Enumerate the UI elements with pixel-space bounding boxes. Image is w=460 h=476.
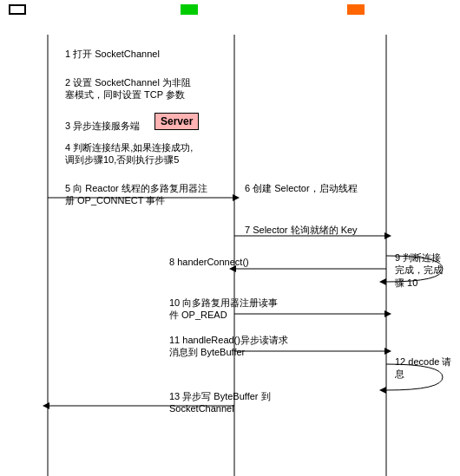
server-box: Server <box>154 113 199 130</box>
server-label: Server <box>161 115 193 127</box>
svg-marker-9 <box>379 278 386 285</box>
svg-marker-4 <box>233 194 240 201</box>
label-step5: 5 向 Reactor 线程的多路复用器注册 OP_CONNECT 事件 <box>65 182 207 207</box>
diagram-container: Server 1 打开 SocketChannel 2 设置 SocketCha… <box>0 0 460 476</box>
label-step10: 10 向多路复用器注册读事件 OP_READ <box>169 297 278 322</box>
actor-reactor <box>181 4 198 15</box>
label-step13: 13 异步写 ByteBuffer 到SocketChannel <box>169 390 271 415</box>
label-step4: 4 判断连接结果,如果连接成功,调到步骤10,否则执行步骤5 <box>65 141 193 166</box>
label-step11: 11 handleRead()异步读请求消息到 ByteBuffer <box>169 334 288 359</box>
svg-marker-6 <box>384 232 391 239</box>
actor-iohandler <box>347 4 365 15</box>
label-step3: 3 异步连接服务端 <box>65 120 140 132</box>
svg-marker-14 <box>379 387 386 394</box>
label-step9: 9 判断连接完成，完成骤 10 <box>395 251 443 289</box>
svg-marker-11 <box>384 310 391 317</box>
label-step6: 6 创建 Selector，启动线程 <box>245 182 358 194</box>
label-step7: 7 Selector 轮询就绪的 Key <box>245 224 358 236</box>
svg-marker-13 <box>384 348 391 355</box>
label-step1: 1 打开 SocketChannel <box>65 48 160 60</box>
svg-marker-16 <box>43 402 49 409</box>
actor-nioclient <box>9 4 26 15</box>
label-step2: 2 设置 SocketChannel 为非阻塞模式，同时设置 TCP 参数 <box>65 76 191 101</box>
label-step12: 12 decode 请息 <box>395 355 451 381</box>
label-step8: 8 handerConnect() <box>169 256 249 268</box>
